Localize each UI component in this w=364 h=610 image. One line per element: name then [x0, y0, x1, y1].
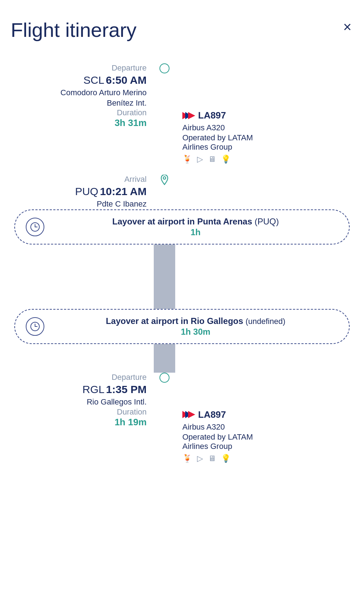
arr1-pin — [159, 175, 170, 186]
flight2-number: LA897 — [198, 409, 226, 420]
flight1-number: LA897 — [198, 110, 226, 121]
pin-icon — [159, 175, 169, 186]
svg-marker-14 — [188, 411, 195, 418]
flight-timeline: Departure SCL 6:50 AM Comodoro Arturo Me… — [11, 63, 353, 463]
arr1-time: 10:21 AM — [100, 185, 147, 197]
flight1-duration-label: Duration — [11, 108, 147, 117]
arrival-1: Arrival PUQ 10:21 AM Pdte C Ibanez — [11, 175, 353, 209]
flight-1-info: Duration 3h 31m LA897 Airbus A320 — [11, 108, 353, 164]
dep1-time: 6:50 AM — [106, 74, 147, 86]
layover2-title: Layover at airport in Rio Gallegos (unde… — [53, 316, 338, 326]
arr1-code-time: PUQ 10:21 AM — [11, 185, 147, 198]
dep2-label: Departure — [11, 373, 147, 382]
dep2-code-time: RGL 1:35 PM — [11, 383, 147, 396]
flight1-duration: 3h 31m — [11, 117, 147, 129]
layover1-title: Layover at airport in Punta Arenas (PUQ) — [53, 217, 338, 227]
departure-2: Departure RGL 1:35 PM Rio Gallegos Intl. — [11, 373, 353, 407]
entertainment-icon-2: ▷ — [197, 454, 203, 463]
svg-marker-3 — [188, 112, 195, 119]
flight1-details: LA897 Airbus A320 Operated by LATAMAirli… — [175, 108, 353, 164]
dep2-code: RGL — [82, 383, 104, 395]
layover-1-box: Layover at airport in Punta Arenas (PUQ)… — [14, 209, 350, 245]
page-title: Flight itinerary — [11, 18, 137, 42]
clock-icon-2 — [30, 321, 40, 331]
layover-2-box: Layover at airport in Rio Gallegos (unde… — [14, 309, 350, 344]
layover2-duration: 1h 30m — [53, 327, 338, 337]
layover1-clock — [26, 218, 44, 236]
light-icon: 💡 — [221, 155, 231, 164]
arr1-code: PUQ — [75, 185, 98, 197]
drinks-icon-2: 🍹 — [182, 454, 192, 463]
departure-1: Departure SCL 6:50 AM Comodoro Arturo Me… — [11, 63, 353, 108]
flight1-aircraft: Airbus A320 — [182, 123, 353, 132]
flight2-amenities: 🍹 ▷ 🖥 💡 — [182, 454, 353, 463]
layover2-code: (undefined) — [246, 317, 285, 326]
layover-2-wrapper: Layover at airport in Rio Gallegos (unde… — [11, 309, 353, 344]
layover2-text: Layover at airport in Rio Gallegos (unde… — [53, 316, 338, 337]
layover2-clock — [26, 317, 44, 336]
flight2-aircraft: Airbus A320 — [182, 422, 353, 432]
close-button[interactable]: × — [341, 18, 353, 36]
latam-logo — [182, 112, 195, 119]
dep2-airport: Rio Gallegos Intl. — [11, 397, 147, 407]
flight1-operator: Operated by LATAMAirlines Group — [182, 133, 353, 152]
flight2-duration: 1h 19m — [11, 417, 147, 428]
flight2-operator: Operated by LATAMAirlines Group — [182, 432, 353, 451]
line-mid — [154, 245, 175, 309]
latam-logo-2 — [182, 411, 195, 418]
entertainment-icon: ▷ — [197, 155, 203, 164]
dep1-airport: Comodoro Arturo MerinoBenítez Int. — [11, 88, 147, 108]
layover1-text: Layover at airport in Punta Arenas (PUQ)… — [53, 217, 338, 237]
line-between-layovers — [11, 245, 353, 309]
header: Flight itinerary × — [11, 18, 353, 42]
svg-point-4 — [163, 177, 166, 179]
dep1-node — [159, 63, 169, 73]
flight1-amenities: 🍹 ▷ 🖥 💡 — [182, 155, 353, 164]
layover1-duration: 1h — [53, 227, 338, 237]
light-icon-2: 💡 — [221, 454, 231, 463]
line-post-layover2 — [154, 344, 175, 373]
dep1-label: Departure — [11, 63, 147, 73]
flight2-details: LA897 Airbus A320 Operated by LATAMAirli… — [175, 407, 353, 463]
flight-2-info: Duration 1h 19m LA897 Airbus A320 Ope — [11, 407, 353, 463]
dep1-code: SCL — [83, 74, 104, 86]
dep1-code-time: SCL 6:50 AM — [11, 74, 147, 86]
drinks-icon: 🍹 — [182, 155, 192, 164]
dep2-node — [159, 373, 169, 383]
layover-1-wrapper: Layover at airport in Punta Arenas (PUQ)… — [11, 209, 353, 245]
arr1-airport: Pdte C Ibanez — [11, 199, 147, 209]
line-after-layover2 — [11, 344, 353, 373]
page-container: Flight itinerary × Departure SCL 6:50 AM… — [0, 0, 364, 485]
clock-icon-1 — [30, 222, 40, 232]
arr1-label: Arrival — [11, 175, 147, 184]
screen-icon: 🖥 — [208, 155, 216, 164]
flight2-duration-label: Duration — [11, 407, 147, 417]
screen-icon-2: 🖥 — [208, 454, 216, 463]
dep2-time: 1:35 PM — [106, 383, 147, 395]
layover1-code: (PUQ) — [255, 217, 279, 226]
